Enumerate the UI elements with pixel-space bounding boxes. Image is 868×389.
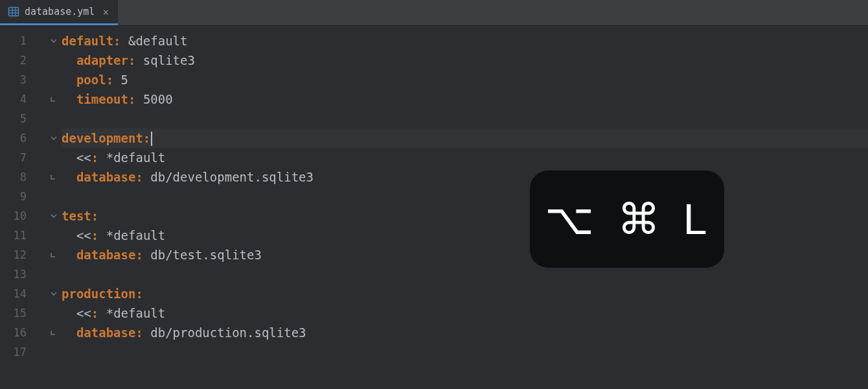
line-number: 3 <box>0 70 36 89</box>
editor-area[interactable]: 1234567891011121314151617 default: &defa… <box>0 26 868 389</box>
fold-close-icon[interactable] <box>50 173 58 181</box>
line-number: 11 <box>0 226 36 245</box>
code-line[interactable]: production: <box>62 284 868 303</box>
l-key: L <box>683 198 710 241</box>
line-number: 17 <box>0 342 36 362</box>
command-key-icon: ⌘ <box>617 198 663 241</box>
fold-close-icon[interactable] <box>50 251 58 259</box>
line-number: 1 <box>0 31 36 51</box>
code-line[interactable]: <<: *default <box>62 303 868 323</box>
code-line[interactable]: database: db/production.sqlite3 <box>62 323 868 342</box>
code-line[interactable]: pool: 5 <box>62 70 868 89</box>
code-line[interactable]: default: &default <box>62 31 868 51</box>
tab-filename: database.yml <box>25 6 95 18</box>
code-line[interactable]: development: <box>62 128 868 148</box>
code-line[interactable] <box>62 342 868 362</box>
close-icon[interactable]: × <box>102 6 109 18</box>
line-number: 4 <box>0 89 36 109</box>
fold-open-icon[interactable] <box>50 37 58 45</box>
code-content[interactable]: default: &default adapter: sqlite3 pool:… <box>62 26 868 389</box>
fold-open-icon[interactable] <box>50 290 58 298</box>
code-line[interactable] <box>62 109 868 128</box>
line-number: 13 <box>0 265 36 284</box>
svg-rect-0 <box>9 8 19 16</box>
fold-close-icon[interactable] <box>50 95 58 103</box>
line-number: 5 <box>0 109 36 128</box>
code-line[interactable]: <<: *default <box>62 148 868 167</box>
line-number: 15 <box>0 303 36 323</box>
tab-bar: database.yml × <box>0 0 868 26</box>
line-number: 16 <box>0 323 36 342</box>
line-number: 8 <box>0 167 36 187</box>
fold-close-icon[interactable] <box>50 329 58 336</box>
line-number: 9 <box>0 187 36 206</box>
fold-open-icon[interactable] <box>50 134 58 142</box>
text-caret <box>151 132 152 146</box>
code-line[interactable]: test: <box>62 206 868 226</box>
code-line[interactable] <box>62 265 868 284</box>
line-number: 7 <box>0 148 36 167</box>
line-number: 2 <box>0 51 36 70</box>
fold-open-icon[interactable] <box>50 212 58 220</box>
tab-database-yml[interactable]: database.yml × <box>0 0 118 25</box>
line-number: 10 <box>0 206 36 226</box>
code-line[interactable]: database: db/development.sqlite3 <box>62 167 868 187</box>
line-number-gutter: 1234567891011121314151617 <box>0 26 36 389</box>
keyboard-shortcut-overlay: ⌥ ⌘ L <box>530 171 724 268</box>
code-line[interactable]: <<: *default <box>62 226 868 245</box>
code-line[interactable]: database: db/test.sqlite3 <box>62 245 868 265</box>
line-number: 12 <box>0 245 36 265</box>
option-key-icon: ⌥ <box>545 198 597 241</box>
code-line[interactable]: timeout: 5000 <box>62 89 868 109</box>
code-line[interactable]: adapter: sqlite3 <box>62 51 868 70</box>
code-line[interactable] <box>62 187 868 206</box>
line-number: 14 <box>0 284 36 303</box>
line-number: 6 <box>0 128 36 148</box>
table-file-icon <box>8 6 19 18</box>
fold-column <box>36 26 62 389</box>
